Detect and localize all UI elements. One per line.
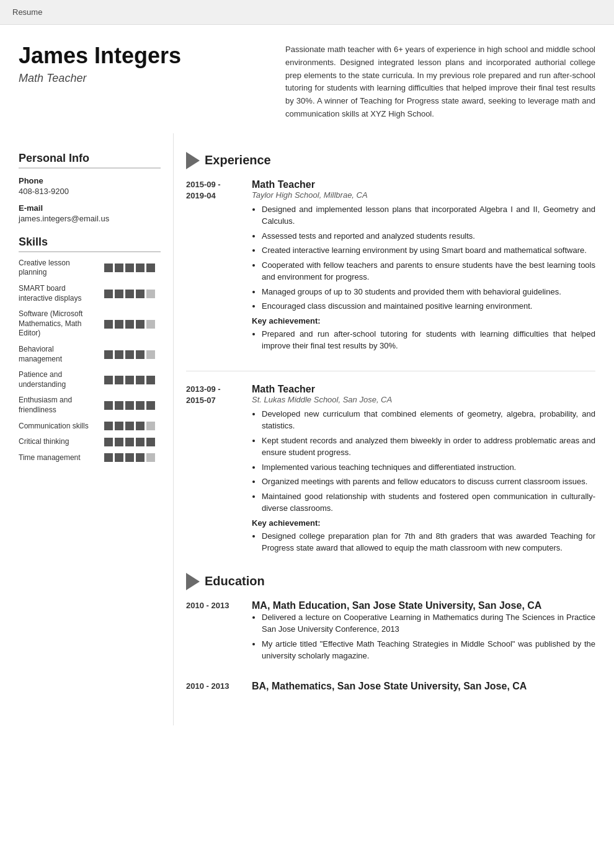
email-value: james.integers@email.us [19, 214, 161, 223]
skill-item: Patience and understanding [19, 370, 161, 389]
key-achievement-label: Key achievement: [252, 316, 595, 326]
skill-bars [104, 401, 155, 410]
entry-content: Math TeacherTaylor High School, Millbrae… [252, 179, 595, 356]
skill-bar-filled [104, 376, 113, 384]
skill-bars [104, 453, 155, 462]
skills-title: Skills [19, 236, 161, 252]
skill-name: Critical thinking [19, 437, 99, 447]
top-bar-label: Resume [12, 7, 42, 17]
skill-bar-empty [146, 453, 155, 462]
edu-dates: 2010 - 2013 [186, 600, 242, 666]
skill-bar-filled [104, 453, 113, 462]
edu-content: BA, Mathematics, San Jose State Universi… [252, 681, 595, 692]
skill-name: Enthusiasm and friendliness [19, 396, 99, 415]
header-summary: Passionate math teacher with 6+ years of… [285, 43, 595, 121]
skill-bar-filled [115, 438, 123, 446]
sidebar: Personal Info Phone 408-813-9200 E-mail … [0, 133, 174, 725]
skill-item: Enthusiasm and friendliness [19, 396, 161, 415]
skill-item: Communication skills [19, 422, 161, 432]
entry-bullet: Created interactive learning environment… [262, 244, 595, 257]
key-achievement-bullets: Designed college preparation plan for 7t… [252, 530, 595, 554]
header-left: James Integers Math Teacher [19, 43, 267, 121]
skill-item: Creative lesson planning [19, 259, 161, 278]
key-achievement-bullets: Prepared and run after-school tutoring f… [252, 328, 595, 352]
skill-bar-filled [125, 453, 134, 462]
skill-item: SMART board interactive displays [19, 284, 161, 303]
entry-bullet: Managed groups of up to 30 students and … [262, 286, 595, 298]
skill-item: Critical thinking [19, 437, 161, 447]
skill-bar-filled [146, 438, 155, 446]
skill-bar-filled [104, 290, 113, 298]
skill-bar-filled [104, 264, 113, 272]
edu-dates: 2010 - 2013 [186, 681, 242, 692]
skill-bar-filled [136, 422, 145, 430]
edu-bullets: Delivered a lecture on Cooperative Learn… [252, 611, 595, 662]
skill-bar-filled [104, 320, 113, 329]
skill-bar-filled [125, 376, 134, 384]
entry-bullet: Implemented various teaching techniques … [262, 461, 595, 474]
skill-bars [104, 290, 155, 298]
skill-bar-filled [125, 422, 134, 430]
skill-bars [104, 264, 155, 272]
skill-bar-filled [115, 350, 123, 359]
skill-bar-filled [115, 422, 123, 430]
skill-bar-filled [136, 401, 145, 410]
skill-bar-filled [115, 320, 123, 329]
skill-bar-filled [146, 401, 155, 410]
entry-bullet: Kept student records and analyzed them b… [262, 435, 595, 459]
email-label: E-mail [19, 203, 161, 213]
entry-title: Math Teacher [252, 384, 595, 395]
skill-bar-filled [136, 290, 145, 298]
skill-bar-filled [104, 422, 113, 430]
section-divider [186, 371, 595, 371]
skill-bar-filled [125, 438, 134, 446]
entry-dates: 2013-09 - 2015-07 [186, 384, 242, 558]
skill-bar-filled [115, 401, 123, 410]
phone-value: 408-813-9200 [19, 187, 161, 196]
skill-bar-filled [136, 264, 145, 272]
skill-bars [104, 422, 155, 430]
entry-bullet: Organized meetings with parents and fell… [262, 476, 595, 488]
top-bar: Resume [0, 0, 614, 25]
education-title: Education [205, 574, 265, 588]
key-achievement-bullet: Prepared and run after-school tutoring f… [262, 328, 595, 352]
experience-entry: 2013-09 - 2015-07Math TeacherSt. Lukas M… [186, 384, 595, 558]
education-header: Education [186, 573, 595, 590]
education-entry: 2010 - 2013MA, Math Education, San Jose … [186, 600, 595, 666]
skill-bar-filled [136, 376, 145, 384]
skill-bar-empty [146, 320, 155, 329]
skill-name: Communication skills [19, 422, 99, 432]
experience-entry: 2015-09 - 2019-04Math TeacherTaylor High… [186, 179, 595, 356]
skill-name: Time management [19, 453, 99, 463]
skill-bar-filled [115, 290, 123, 298]
skill-item: Time management [19, 453, 161, 463]
entry-subtitle: St. Lukas Middle School, San Jose, CA [252, 395, 595, 404]
skill-bar-filled [104, 401, 113, 410]
entry-bullets: Developed new curriculum that combined e… [252, 408, 595, 515]
skill-bar-filled [104, 350, 113, 359]
skill-name: Patience and understanding [19, 370, 99, 389]
main-layout: Personal Info Phone 408-813-9200 E-mail … [0, 133, 614, 725]
skill-name: Creative lesson planning [19, 259, 99, 278]
education-icon [186, 573, 200, 590]
skill-bar-empty [146, 350, 155, 359]
entry-content: Math TeacherSt. Lukas Middle School, San… [252, 384, 595, 558]
education-list: 2010 - 2013MA, Math Education, San Jose … [186, 600, 595, 692]
entry-dates: 2015-09 - 2019-04 [186, 179, 242, 356]
edu-content: MA, Math Education, San Jose State Unive… [252, 600, 595, 666]
skill-bars [104, 320, 155, 329]
edu-bullet: My article titled "Effective Math Teachi… [262, 638, 595, 662]
header-section: James Integers Math Teacher Passionate m… [0, 25, 614, 133]
skills-list: Creative lesson planningSMART board inte… [19, 259, 161, 463]
key-achievement-label: Key achievement: [252, 518, 595, 528]
entry-subtitle: Taylor High School, Millbrae, CA [252, 190, 595, 200]
personal-info-title: Personal Info [19, 152, 161, 169]
experience-title: Experience [205, 153, 271, 167]
skill-bar-filled [136, 350, 145, 359]
experience-icon [186, 152, 200, 169]
skill-bar-empty [146, 290, 155, 298]
entry-bullet: Maintained good relationship with studen… [262, 490, 595, 515]
entry-bullet: Developed new curriculum that combined e… [262, 408, 595, 432]
skill-name: Software (Microsoft Mathematics, Math Ed… [19, 309, 99, 339]
candidate-title: Math Teacher [19, 72, 267, 85]
